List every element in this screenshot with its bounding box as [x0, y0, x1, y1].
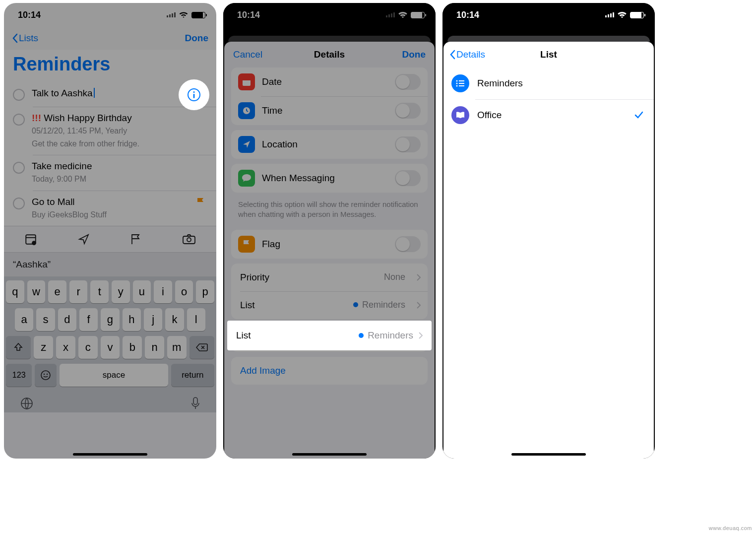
return-key[interactable]: return: [171, 364, 214, 387]
complete-radio[interactable]: [13, 198, 25, 209]
keyboard[interactable]: qwertyuiop asdfghjkl zxcvbnm 123 space r…: [4, 276, 216, 412]
battery-icon: [191, 12, 205, 18]
messaging-row[interactable]: When Messaging: [231, 164, 428, 193]
flag-row[interactable]: Flag: [231, 230, 428, 259]
reminder-title[interactable]: Talk to Aashka: [32, 88, 93, 98]
key-l[interactable]: l: [187, 308, 205, 331]
key-j[interactable]: j: [144, 308, 162, 331]
home-indicator[interactable]: [292, 453, 367, 456]
numbers-key[interactable]: 123: [6, 364, 32, 387]
key-n[interactable]: n: [145, 336, 164, 359]
backspace-key[interactable]: [189, 336, 214, 359]
priority-row[interactable]: Priority None: [231, 264, 428, 291]
key-y[interactable]: y: [112, 280, 130, 303]
key-g[interactable]: g: [101, 308, 119, 331]
key-c[interactable]: c: [78, 336, 98, 359]
key-t[interactable]: t: [90, 280, 109, 303]
page-title: Reminders: [4, 50, 216, 82]
quick-toolbar: [4, 226, 216, 253]
list-option-reminders[interactable]: Reminders: [443, 67, 654, 99]
list-options: Reminders Office: [443, 67, 654, 131]
suggestion-text[interactable]: “Aashka”: [13, 259, 51, 270]
screen-reminders-list: 10:14 Lists Done Reminders Talk to Aashk…: [4, 3, 216, 459]
status-icons: [605, 11, 644, 18]
reminder-row[interactable]: !!! Wish Happy Birthday 05/12/20, 11:45 …: [4, 107, 216, 155]
done-button[interactable]: Done: [402, 49, 426, 60]
date-row[interactable]: Date: [231, 67, 428, 96]
list-option-office[interactable]: Office: [443, 99, 654, 131]
status-bar: 10:14: [442, 3, 655, 27]
key-i[interactable]: i: [154, 280, 172, 303]
status-bar: 10:14: [4, 3, 216, 27]
chevron-right-icon: [416, 273, 421, 281]
home-indicator[interactable]: [73, 453, 147, 456]
key-u[interactable]: u: [133, 280, 151, 303]
camera-icon[interactable]: [182, 234, 196, 245]
add-image-row[interactable]: Add Image: [231, 357, 428, 385]
key-d[interactable]: d: [58, 308, 76, 331]
svg-rect-13: [243, 78, 251, 80]
messaging-toggle[interactable]: [395, 170, 421, 186]
key-z[interactable]: z: [34, 336, 53, 359]
reminder-row[interactable]: Take medicine Today, 9:00 PM: [4, 155, 216, 191]
svg-rect-16: [459, 80, 464, 81]
key-w[interactable]: w: [27, 280, 46, 303]
list-row-dimmed[interactable]: List Reminders: [231, 291, 428, 319]
list-name: Office: [477, 110, 502, 121]
location-row[interactable]: Location: [231, 130, 428, 159]
space-key[interactable]: space: [60, 364, 168, 387]
back-button[interactable]: Details: [449, 49, 485, 60]
chevron-right-icon: [418, 332, 423, 339]
list-row[interactable]: List Reminders: [227, 321, 432, 350]
location-toggle[interactable]: [395, 136, 421, 152]
checkmark-icon: [634, 111, 644, 120]
time-row[interactable]: Time: [231, 96, 428, 125]
svg-rect-8: [193, 398, 197, 404]
complete-radio[interactable]: [13, 89, 25, 101]
key-h[interactable]: h: [123, 308, 141, 331]
back-label: Details: [456, 49, 485, 60]
key-q[interactable]: q: [6, 280, 24, 303]
key-r[interactable]: r: [69, 280, 88, 303]
flag-outline-icon[interactable]: [130, 233, 141, 245]
key-k[interactable]: k: [165, 308, 184, 331]
back-button[interactable]: Lists: [12, 33, 38, 44]
key-f[interactable]: f: [79, 308, 98, 331]
home-indicator[interactable]: [511, 453, 586, 456]
key-x[interactable]: x: [56, 336, 75, 359]
done-button[interactable]: Done: [185, 33, 209, 44]
microphone-icon[interactable]: [190, 397, 200, 410]
battery-icon: [630, 12, 644, 18]
emoji-key[interactable]: [35, 364, 57, 387]
key-e[interactable]: e: [48, 280, 66, 303]
time-toggle[interactable]: [395, 103, 421, 119]
key-m[interactable]: m: [167, 336, 187, 359]
date-toggle[interactable]: [395, 74, 421, 90]
navigate-icon[interactable]: [78, 233, 90, 245]
globe-icon[interactable]: [20, 397, 34, 410]
nav-bar: Lists Done: [4, 27, 216, 50]
label: Location: [262, 139, 298, 150]
key-a[interactable]: a: [15, 308, 33, 331]
complete-radio[interactable]: [13, 114, 25, 126]
keyboard-suggestion-bar[interactable]: “Aashka”: [4, 253, 216, 276]
flag-toggle[interactable]: [395, 236, 421, 252]
calendar-icon[interactable]: [24, 233, 37, 246]
cancel-button[interactable]: Cancel: [233, 49, 262, 60]
svg-rect-18: [459, 83, 464, 84]
svg-point-6: [47, 374, 48, 375]
status-icons: [167, 11, 205, 18]
status-time: 10:14: [18, 10, 41, 20]
complete-radio[interactable]: [13, 162, 25, 174]
key-v[interactable]: v: [101, 336, 120, 359]
key-o[interactable]: o: [175, 280, 193, 303]
key-b[interactable]: b: [123, 336, 142, 359]
key-s[interactable]: s: [36, 308, 55, 331]
info-button[interactable]: [179, 79, 209, 110]
wifi-icon: [617, 11, 627, 18]
reminder-notes: Buy iGeeksBlog Stuff: [32, 209, 107, 220]
shift-key[interactable]: [6, 336, 31, 359]
reminder-row[interactable]: Go to Mall Buy iGeeksBlog Stuff: [4, 191, 216, 226]
key-p[interactable]: p: [196, 280, 214, 303]
reminder-title: Take medicine: [32, 161, 92, 172]
